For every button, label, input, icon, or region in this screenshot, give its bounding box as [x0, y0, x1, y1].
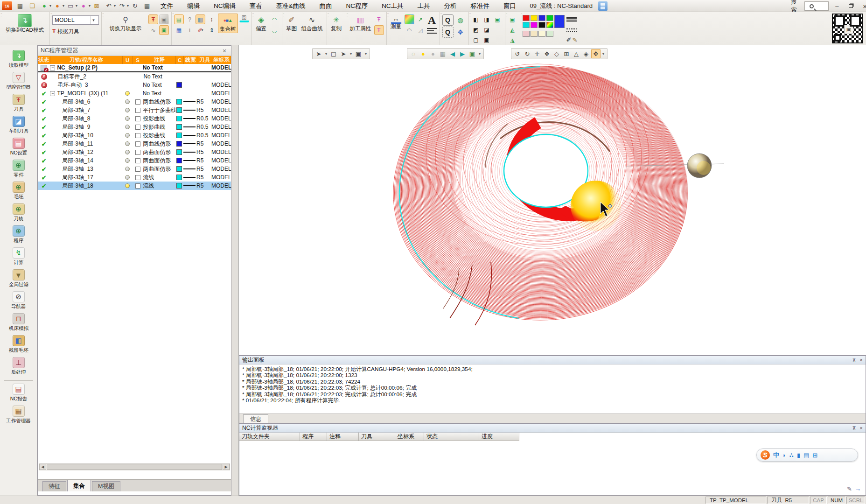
search-input[interactable]	[804, 1, 829, 11]
visibility-bulb-icon[interactable]	[125, 175, 130, 180]
visibility-bulb-icon[interactable]	[125, 183, 130, 188]
tool-edit-icon[interactable]: ✐▾	[196, 25, 205, 35]
text-tool-button[interactable]: A	[428, 14, 436, 26]
visibility-bulb-icon[interactable]	[125, 141, 130, 146]
color-swatch[interactable]	[531, 22, 538, 28]
next-view-icon[interactable]: ▶	[458, 49, 467, 58]
redo-icon[interactable]: ↷	[116, 1, 127, 11]
line-style-icon[interactable]	[427, 26, 437, 35]
toolpath-row[interactable]: ✔局部-3轴_18流线R5MODEL	[38, 182, 231, 190]
suppress-checkbox[interactable]	[135, 99, 140, 105]
column-坐标系[interactable]: 坐标系	[212, 56, 231, 64]
toolpath-row[interactable]: ✔局部-3轴_12两曲面仿形R5MODEL	[38, 148, 231, 156]
sidebar-item[interactable]: ⊕零件	[0, 160, 37, 178]
search-icon[interactable]	[810, 4, 814, 8]
suppress-checkbox[interactable]	[135, 158, 140, 163]
suppress-checkbox[interactable]	[135, 150, 140, 155]
minimize-button[interactable]: –	[831, 1, 843, 11]
toolpath-name[interactable]: TP_MODEL (3X) (11	[57, 90, 108, 97]
zoom-window-icon[interactable]: Q	[442, 14, 454, 26]
pastel-swatch[interactable]	[523, 31, 530, 37]
pick-tool-icon[interactable]: ➤	[339, 49, 348, 58]
scroll-right-icon[interactable]: ▶	[223, 464, 230, 470]
copy-button[interactable]: ✳ 复制	[329, 14, 343, 32]
color-swatch[interactable]	[176, 158, 182, 163]
exit-icon[interactable]: →	[855, 485, 861, 492]
suppress-checkbox[interactable]	[135, 108, 140, 113]
lamp-dim-icon[interactable]: ●	[428, 49, 438, 58]
toolpath-lines-icon[interactable]: ∿	[148, 25, 158, 35]
column-U[interactable]: U	[123, 56, 133, 64]
menu-工具[interactable]: 工具	[418, 2, 430, 10]
info-icon[interactable]: i	[185, 25, 195, 35]
table-view-icon[interactable]: ▦	[174, 25, 184, 35]
toolpath-name[interactable]: 局部-3轴_13	[62, 165, 93, 173]
filter-caret-icon[interactable]: ▾	[363, 49, 368, 58]
view-cube-top-icon[interactable]: ◩	[471, 25, 481, 35]
note-icon[interactable]: ✎	[847, 485, 852, 492]
select-caret-icon[interactable]: ▾	[324, 49, 328, 58]
monitor-column-注释[interactable]: 注释	[327, 433, 359, 441]
panel-close-icon[interactable]: ×	[221, 47, 228, 55]
model-combo-caret-icon[interactable]: ▼	[90, 16, 97, 24]
visibility-bulb-icon[interactable]	[125, 150, 130, 154]
color-swatch[interactable]	[176, 82, 182, 88]
restore-button[interactable]	[845, 1, 857, 11]
output-log[interactable]: * 局部铣-3轴局部_18; 01/06/21; 20:22:00; 开始计算C…	[239, 364, 866, 406]
shade-box-icon[interactable]: ▦	[438, 49, 447, 58]
sidebar-item[interactable]: ▤NC设置	[0, 138, 37, 156]
sidebar-item[interactable]: ↴读取模型	[0, 50, 37, 69]
window-select-icon[interactable]: ▢	[329, 49, 338, 58]
toolpath-row[interactable]: ✔局部-3轴_9投影曲线R0.5MODEL	[38, 123, 231, 131]
select-filter-icon[interactable]: ▣	[354, 49, 363, 58]
close-button[interactable]: ×	[859, 1, 866, 11]
menu-查看[interactable]: 查看	[250, 2, 262, 10]
surface-offset-icon[interactable]: ◠	[270, 14, 279, 24]
sketch-button[interactable]: ✐ 草图	[285, 14, 299, 32]
monitor-column-刀轨文件夹[interactable]: 刀轨文件夹	[239, 433, 300, 441]
line-dash-icon[interactable]	[566, 25, 577, 35]
color-swatch[interactable]	[176, 124, 182, 130]
pink-tool-icon[interactable]: Ŧ	[374, 14, 384, 24]
sidebar-item[interactable]: ▤NC报告	[0, 384, 37, 402]
monitor-pin-icon[interactable]: ⊼	[852, 425, 856, 431]
suppress-checkbox[interactable]	[135, 167, 140, 172]
sidebar-item[interactable]: ▽型腔管理器	[0, 72, 37, 91]
view-cube-bottom-icon[interactable]: ◪	[482, 25, 492, 35]
save-icon[interactable]: ▦	[14, 1, 26, 11]
toolpath-name[interactable]: 局部-3轴_17	[62, 174, 93, 182]
iso-view-icon[interactable]: △	[572, 49, 581, 58]
sidebar-item[interactable]: Ŧ刀具	[0, 94, 37, 112]
toolpath-row[interactable]: ✔局部-3轴_6两曲线仿形R5MODEL	[38, 98, 231, 106]
pan-view-icon[interactable]: ✥	[455, 27, 466, 38]
color-swatch[interactable]	[176, 183, 182, 189]
pan-icon[interactable]: ✛	[532, 49, 542, 58]
view-cube-left-icon[interactable]: ▢	[471, 35, 481, 45]
ime-language-toggle[interactable]: 中	[773, 451, 779, 459]
refresh-icon[interactable]: ↻	[129, 1, 140, 11]
toolpath-name[interactable]: 局部-3轴_7	[62, 106, 90, 114]
color-swatch[interactable]	[538, 22, 545, 28]
view-mode-caret-icon[interactable]: ▾	[76, 4, 77, 8]
collection-tree-button[interactable]: ●■▲ 集合树	[218, 14, 238, 33]
ime-logo-icon[interactable]: S	[761, 450, 770, 460]
sidebar-item[interactable]: ⊘导航器	[0, 291, 37, 310]
ime-mic-icon[interactable]: ▮	[797, 452, 800, 459]
toolpath-name[interactable]: 局部-3轴_14	[62, 157, 93, 165]
view-cube-shaded-icon[interactable]: ▣	[493, 14, 503, 24]
toolpath-row[interactable]: ✔局部-3轴_10投影曲线R0.5MODEL	[38, 131, 231, 140]
ime-toolbox-icon[interactable]: ⊞	[812, 452, 817, 459]
sidebar-item[interactable]: ◧残留毛坯	[0, 335, 37, 354]
shaded-cube-icon[interactable]: ▣	[159, 25, 169, 35]
rotate-left-icon[interactable]: ↺	[513, 49, 522, 58]
toolpath-name[interactable]: 局部-3轴_6	[62, 98, 90, 106]
panel-horizontal-scrollbar[interactable]: ◀ ▶	[39, 463, 230, 470]
zoom-select-icon[interactable]: Q	[442, 27, 454, 38]
pastel-swatch[interactable]	[538, 31, 545, 37]
toolpath-name[interactable]: 毛坯-自动_3	[57, 81, 88, 89]
panel-tab-集合[interactable]: 集合	[67, 480, 91, 491]
monitor-column-刀具[interactable]: 刀具	[359, 433, 395, 441]
list-manager-icon[interactable]: ▤	[174, 14, 184, 24]
solid-section-icon[interactable]: ◮	[508, 35, 517, 45]
switch-cad-mode-button[interactable]: ↴ 切换到CAD模式	[2, 14, 47, 34]
